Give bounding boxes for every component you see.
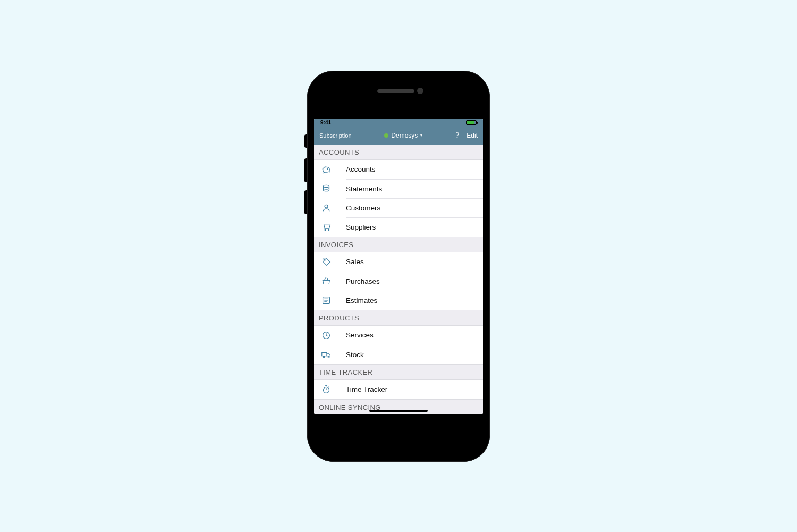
menu-row-label: Services — [346, 331, 374, 339]
phone-side-switch — [304, 134, 307, 148]
menu-row-stock[interactable]: Stock — [314, 345, 483, 364]
status-bar: 9:41 — [314, 119, 483, 126]
phone-speaker-slot — [377, 89, 414, 93]
cart-icon — [320, 221, 346, 233]
tag-icon — [320, 256, 346, 268]
menu-row-label: Suppliers — [346, 223, 376, 231]
menu-row-suppliers[interactable]: Suppliers — [314, 217, 483, 237]
menu-row-label: Stock — [346, 351, 364, 359]
section-header: PRODUCTS — [314, 310, 483, 326]
status-time: 9:41 — [320, 120, 331, 125]
menu-row-accounts[interactable]: Accounts — [314, 160, 483, 179]
battery-icon — [466, 120, 477, 125]
status-indicator-icon — [384, 133, 388, 138]
menu-row-purchases[interactable]: Purchases — [314, 272, 483, 291]
menu-row-label: Time Tracker — [346, 385, 387, 393]
section-header: TIME TRACKER — [314, 364, 483, 380]
piggy-icon — [320, 164, 346, 175]
phone-volume-up — [304, 158, 307, 182]
menu-row-label: Statements — [346, 185, 382, 193]
phone-device-frame: 9:41 Subscription Demosys ▾ ? Edit ACCOU… — [307, 71, 490, 462]
menu-row-services[interactable]: Services — [314, 326, 483, 345]
home-indicator — [369, 410, 428, 412]
basket-icon — [320, 275, 346, 287]
menu-row-label: Sales — [346, 258, 364, 266]
menu-row-label: Customers — [346, 204, 380, 212]
menu-sections: ACCOUNTSAccountsStatementsCustomersSuppl… — [314, 145, 483, 414]
edit-button[interactable]: Edit — [467, 132, 478, 139]
menu-row-label: Purchases — [346, 277, 380, 285]
phone-camera-dot — [417, 88, 423, 94]
nav-header: Subscription Demosys ▾ ? Edit — [314, 126, 483, 145]
phone-screen: 9:41 Subscription Demosys ▾ ? Edit ACCOU… — [314, 119, 483, 414]
menu-row-customers[interactable]: Customers — [314, 198, 483, 217]
person-icon — [320, 202, 346, 214]
menu-row-label: Estimates — [346, 297, 377, 305]
menu-row-estimates[interactable]: Estimates — [314, 291, 483, 310]
company-dropdown[interactable]: Demosys ▾ — [384, 132, 422, 139]
menu-row-time-tracker[interactable]: Time Tracker — [314, 380, 483, 399]
estimate-icon — [320, 294, 346, 306]
section-header: INVOICES — [314, 237, 483, 252]
section-header: ACCOUNTS — [314, 145, 483, 160]
menu-row-label: Accounts — [346, 165, 376, 173]
subscription-link[interactable]: Subscription — [319, 132, 352, 139]
phone-volume-down — [304, 190, 307, 214]
company-name: Demosys — [391, 132, 418, 139]
stopwatch-icon — [320, 384, 346, 395]
menu-row-sales[interactable]: Sales — [314, 252, 483, 272]
clock-icon — [320, 330, 346, 341]
help-icon[interactable]: ? — [455, 131, 459, 140]
menu-row-statements[interactable]: Statements — [314, 179, 483, 198]
stack-icon — [320, 183, 346, 195]
truck-icon — [320, 349, 346, 360]
chevron-down-icon: ▾ — [420, 133, 422, 138]
